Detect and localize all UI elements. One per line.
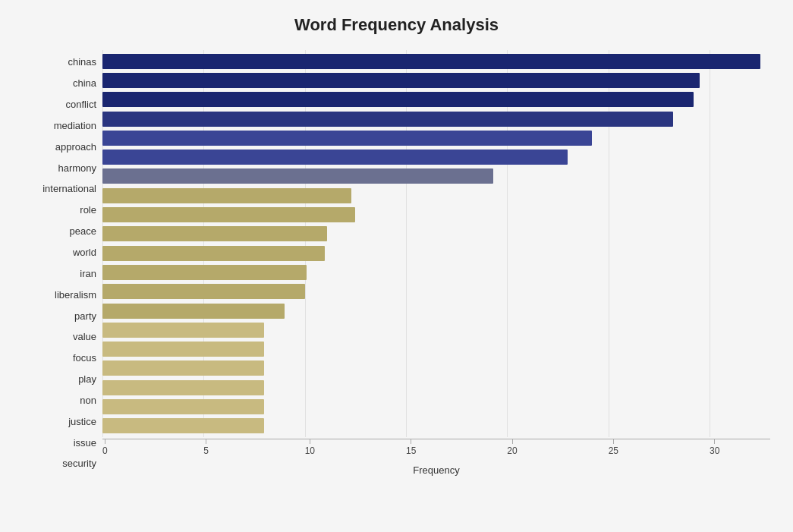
bar xyxy=(102,226,327,241)
bar-row xyxy=(102,53,770,70)
bar xyxy=(102,54,760,69)
bar-row xyxy=(102,245,770,262)
x-tick-label: 30 xyxy=(710,445,719,456)
bar xyxy=(102,360,264,376)
y-label: peace xyxy=(23,226,102,236)
y-labels: chinaschinaconflictmediationapproachharm… xyxy=(23,50,102,476)
bar-row xyxy=(102,91,770,108)
bar-row xyxy=(102,206,770,223)
bar xyxy=(102,323,264,338)
x-tick: 5 xyxy=(203,439,209,456)
bar-row xyxy=(102,379,770,396)
x-axis-title: Frequency xyxy=(102,464,770,476)
bar-row xyxy=(102,360,770,376)
bar-row xyxy=(102,149,770,165)
bar xyxy=(102,131,592,146)
x-tick-label: 0 xyxy=(102,445,108,456)
bar xyxy=(102,380,264,395)
chart-area: chinaschinaconflictmediationapproachharm… xyxy=(23,50,770,476)
bar xyxy=(102,399,264,414)
y-label: china xyxy=(23,78,102,88)
bar-row xyxy=(102,130,770,146)
bar xyxy=(102,342,264,357)
y-label: approach xyxy=(23,142,102,152)
bar xyxy=(102,304,285,319)
y-label: iran xyxy=(23,269,102,279)
bar xyxy=(102,265,307,280)
x-tick: 30 xyxy=(710,439,719,456)
bar-row xyxy=(102,72,770,89)
y-label: harmony xyxy=(23,163,102,173)
x-tick-mark xyxy=(411,439,411,444)
bar xyxy=(102,150,568,165)
bar-row xyxy=(102,303,770,320)
y-label: play xyxy=(23,374,102,384)
x-tick-label: 25 xyxy=(609,445,618,456)
bar-row xyxy=(102,187,770,204)
x-tick: 15 xyxy=(406,439,416,456)
y-label: international xyxy=(23,184,102,194)
x-tick-mark xyxy=(714,439,715,444)
y-label: justice xyxy=(23,417,102,427)
bar xyxy=(102,284,305,299)
x-tick-mark xyxy=(613,439,614,444)
y-label: value xyxy=(23,332,102,342)
y-label: non xyxy=(23,395,102,405)
y-label: focus xyxy=(23,353,102,363)
y-label: chinas xyxy=(23,57,102,67)
y-label: world xyxy=(23,247,102,257)
x-tick-mark xyxy=(206,439,206,444)
bar xyxy=(102,246,325,261)
x-tick: 25 xyxy=(609,439,618,456)
x-tick-label: 5 xyxy=(203,445,209,456)
bar-row xyxy=(102,398,770,415)
x-tick: 10 xyxy=(305,439,315,456)
x-tick-label: 15 xyxy=(406,445,416,456)
bars-and-xaxis: 051015202530 Frequency xyxy=(102,50,770,476)
y-label: party xyxy=(23,311,102,321)
x-tick-label: 20 xyxy=(507,445,517,456)
bar xyxy=(102,92,694,107)
bar-row xyxy=(102,225,770,242)
y-label: issue xyxy=(23,438,102,448)
bar xyxy=(102,112,673,127)
bar-row xyxy=(102,264,770,281)
chart-title: Word Frequency Analysis xyxy=(23,15,770,35)
y-label: conflict xyxy=(23,99,102,109)
x-tick: 20 xyxy=(507,439,517,456)
x-axis: 051015202530 xyxy=(102,439,770,461)
bar-row xyxy=(102,283,770,300)
bars-list xyxy=(102,50,770,437)
x-tick-label: 10 xyxy=(305,445,315,456)
y-label: liberalism xyxy=(23,290,102,300)
bar-row xyxy=(102,417,770,434)
bar xyxy=(102,188,351,203)
x-tick: 0 xyxy=(102,439,108,456)
y-label: role xyxy=(23,205,102,215)
bar xyxy=(102,73,700,88)
bar-row xyxy=(102,341,770,357)
x-tick-mark xyxy=(512,439,513,444)
bar xyxy=(102,207,355,222)
bar xyxy=(102,418,264,433)
x-tick-mark xyxy=(310,439,310,444)
bar-row xyxy=(102,322,770,338)
bar-row xyxy=(102,111,770,127)
y-label: mediation xyxy=(23,121,102,131)
bars-area xyxy=(102,50,770,437)
bar xyxy=(102,168,493,184)
bar-row xyxy=(102,168,770,184)
x-tick-mark xyxy=(105,439,105,444)
y-label: security xyxy=(23,458,102,468)
chart-container: Word Frequency Analysis chinaschinaconfl… xyxy=(0,0,793,532)
